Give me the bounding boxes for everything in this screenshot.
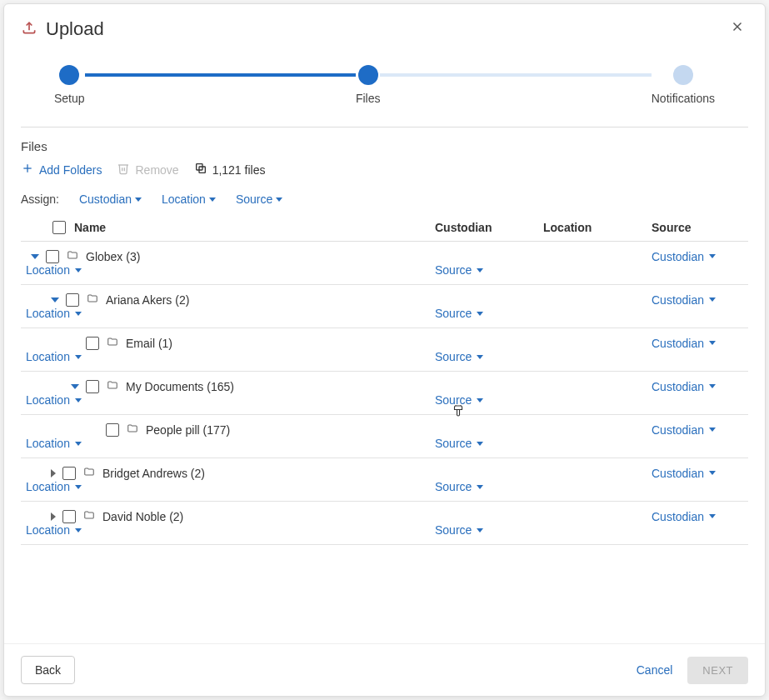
- row-custodian-dropdown[interactable]: Custodian: [652, 423, 743, 437]
- row-location-dropdown[interactable]: Location: [26, 437, 435, 450]
- row-checkbox[interactable]: [62, 510, 76, 523]
- dialog-header: Upload: [4, 4, 765, 50]
- dropdown-label: Location: [26, 480, 70, 493]
- dropdown-label: Location: [26, 350, 70, 363]
- assign-row: Assign: Custodian Location Source: [21, 192, 748, 206]
- row-custodian-dropdown[interactable]: Custodian: [652, 293, 743, 307]
- dropdown-label: Custodian: [652, 423, 704, 437]
- row-source-dropdown[interactable]: Source: [435, 393, 543, 407]
- dropdown-label: Custodian: [652, 250, 704, 263]
- dropdown-label: Custodian: [652, 293, 704, 307]
- content: Files Add Folders Remove 1,121 files: [4, 128, 765, 643]
- folder-icon: [106, 379, 119, 393]
- step-notifications[interactable]: Notifications: [652, 65, 715, 105]
- select-all-checkbox[interactable]: [52, 221, 66, 234]
- dropdown-label: Source: [435, 263, 472, 277]
- row-custodian-dropdown[interactable]: Custodian: [652, 337, 743, 350]
- row-location-dropdown[interactable]: Location: [26, 393, 435, 407]
- dropdown-label: Location: [26, 263, 70, 277]
- name-cell: Globex (3): [26, 249, 652, 263]
- table-row: My Documents (165)CustodianLocationSourc…: [21, 372, 748, 415]
- dropdown-label: Source: [435, 350, 472, 363]
- step-setup[interactable]: Setup: [54, 65, 85, 105]
- row-source-dropdown[interactable]: Source: [435, 263, 543, 277]
- close-button[interactable]: [727, 16, 748, 42]
- assign-source-dropdown[interactable]: Source: [236, 192, 282, 206]
- row-custodian-dropdown[interactable]: Custodian: [652, 250, 743, 263]
- row-location-dropdown[interactable]: Location: [26, 480, 435, 493]
- name-cell: Bridget Andrews (2): [26, 466, 652, 480]
- caret-down-icon: [75, 442, 82, 446]
- cancel-link[interactable]: Cancel: [637, 663, 673, 677]
- folder-name: My Documents (165): [126, 380, 234, 393]
- folder-name: Ariana Akers (2): [106, 293, 189, 307]
- caret-down-icon: [209, 198, 216, 202]
- upload-icon: [21, 19, 37, 39]
- folder-name: David Noble (2): [102, 510, 183, 523]
- dropdown-label: Source: [435, 523, 472, 537]
- row-location-dropdown[interactable]: Location: [26, 263, 435, 277]
- row-checkbox[interactable]: [62, 467, 76, 480]
- remove-label: Remove: [135, 163, 178, 177]
- step-files[interactable]: Files: [356, 65, 381, 105]
- col-location: Location: [543, 221, 652, 234]
- dropdown-label: Source: [435, 307, 472, 320]
- row-custodian-dropdown[interactable]: Custodian: [652, 510, 743, 523]
- table-row: David Noble (2)CustodianLocationSource: [21, 502, 748, 545]
- row-location-dropdown[interactable]: Location: [26, 523, 435, 537]
- add-folders-button[interactable]: Add Folders: [21, 162, 102, 178]
- dropdown-label: Custodian: [652, 337, 704, 350]
- name-cell: David Noble (2): [26, 509, 652, 523]
- name-cell: Email (1): [26, 336, 652, 350]
- row-custodian-dropdown[interactable]: Custodian: [652, 467, 743, 480]
- caret-down-icon: [709, 384, 716, 388]
- caret-down-icon: [75, 355, 82, 359]
- row-custodian-dropdown[interactable]: Custodian: [652, 380, 743, 393]
- row-checkbox[interactable]: [66, 293, 79, 307]
- remove-button: Remove: [117, 162, 178, 178]
- caret-down-icon: [709, 428, 716, 432]
- row-checkbox[interactable]: [86, 380, 99, 393]
- chevron-down-icon[interactable]: [71, 384, 79, 389]
- row-source-dropdown[interactable]: Source: [435, 437, 543, 450]
- chevron-right-icon[interactable]: [51, 469, 56, 478]
- file-count: 1,121 files: [194, 162, 266, 178]
- row-location-dropdown[interactable]: Location: [26, 307, 435, 320]
- table-row: Ariana Akers (2)CustodianLocationSource: [21, 285, 748, 328]
- folder-table: Name Custodian Location Source Globex (3…: [21, 214, 748, 545]
- copy-icon: [194, 162, 207, 178]
- folder-icon: [82, 509, 96, 523]
- chevron-down-icon[interactable]: [51, 298, 59, 302]
- table-header: Name Custodian Location Source: [21, 214, 748, 242]
- assign-label: Assign:: [21, 192, 59, 206]
- dropdown-label: Location: [26, 393, 70, 407]
- dialog-title: Upload: [46, 18, 104, 40]
- row-location-dropdown[interactable]: Location: [26, 350, 435, 363]
- dropdown-label: Location: [26, 523, 70, 537]
- dropdown-label: Source: [236, 192, 272, 206]
- caret-down-icon: [709, 254, 716, 258]
- assign-location-dropdown[interactable]: Location: [162, 192, 216, 206]
- folder-icon: [126, 422, 139, 437]
- chevron-down-icon[interactable]: [31, 254, 39, 259]
- folder-name: Email (1): [126, 337, 172, 350]
- caret-down-icon: [135, 198, 142, 202]
- back-button[interactable]: Back: [21, 656, 75, 684]
- folder-name: Globex (3): [86, 250, 140, 263]
- row-checkbox[interactable]: [46, 250, 59, 263]
- row-source-dropdown[interactable]: Source: [435, 307, 543, 320]
- row-checkbox[interactable]: [86, 337, 99, 350]
- step-label: Setup: [54, 92, 85, 105]
- folder-icon: [82, 466, 96, 480]
- trash-icon: [117, 162, 130, 178]
- row-source-dropdown[interactable]: Source: [435, 480, 543, 493]
- caret-down-icon: [709, 471, 716, 475]
- row-source-dropdown[interactable]: Source: [435, 523, 543, 537]
- step-dot-icon: [358, 65, 378, 85]
- row-source-dropdown[interactable]: Source: [435, 350, 543, 363]
- caret-down-icon: [709, 298, 716, 302]
- row-checkbox[interactable]: [106, 423, 119, 437]
- assign-custodian-dropdown[interactable]: Custodian: [79, 192, 142, 206]
- chevron-right-icon[interactable]: [51, 512, 56, 521]
- dropdown-label: Location: [26, 307, 70, 320]
